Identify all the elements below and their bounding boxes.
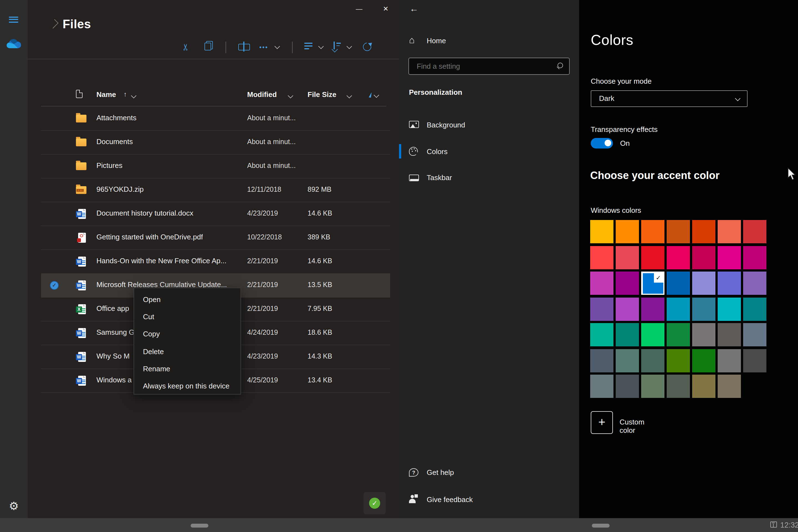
accent-swatch[interactable] bbox=[692, 375, 716, 398]
custom-color-button[interactable]: + bbox=[591, 411, 613, 434]
file-name[interactable]: Windows a bbox=[96, 376, 132, 384]
accent-swatch[interactable] bbox=[692, 271, 716, 295]
accent-swatch[interactable] bbox=[667, 323, 690, 346]
accent-swatch[interactable] bbox=[692, 220, 716, 243]
files-minimize-button[interactable]: — bbox=[351, 3, 367, 15]
window-drag-handle[interactable] bbox=[592, 524, 610, 527]
window-drag-handle[interactable] bbox=[191, 524, 208, 527]
context-menu-item[interactable]: Cut bbox=[134, 308, 241, 325]
modified-column-chevron-icon[interactable] bbox=[288, 93, 293, 98]
cut-icon[interactable]: ✂ bbox=[180, 43, 192, 51]
files-close-button[interactable]: ✕ bbox=[377, 3, 394, 15]
accent-swatch[interactable] bbox=[743, 220, 766, 243]
accent-swatch[interactable] bbox=[692, 349, 716, 372]
accent-swatch[interactable] bbox=[616, 271, 639, 295]
context-menu-item[interactable]: Rename bbox=[134, 360, 241, 377]
accent-swatch[interactable] bbox=[641, 297, 664, 321]
accent-swatch[interactable] bbox=[667, 297, 690, 321]
column-header-filesize[interactable]: File Size bbox=[307, 90, 336, 99]
file-name[interactable]: Documents bbox=[96, 137, 133, 146]
accent-swatch[interactable] bbox=[590, 246, 613, 269]
mode-dropdown[interactable]: Dark bbox=[591, 90, 747, 107]
accent-swatch[interactable] bbox=[641, 220, 664, 243]
file-name[interactable]: Office app bbox=[96, 304, 129, 312]
truncated-column-chevron-icon[interactable] bbox=[374, 92, 379, 97]
accent-swatch[interactable] bbox=[616, 375, 639, 398]
copy-icon[interactable] bbox=[205, 41, 213, 51]
rename-icon[interactable] bbox=[238, 41, 249, 52]
context-menu-item[interactable]: Delete bbox=[134, 343, 241, 360]
accent-swatch[interactable] bbox=[692, 297, 716, 321]
accent-swatch[interactable] bbox=[718, 271, 741, 295]
accent-swatch[interactable] bbox=[590, 297, 613, 321]
table-row[interactable]: 965YOKDJ.zip12/11/2018892 MB bbox=[41, 178, 390, 202]
search-box[interactable] bbox=[408, 58, 570, 75]
accent-swatch[interactable] bbox=[616, 246, 639, 269]
accent-swatch[interactable] bbox=[743, 271, 766, 295]
accent-swatch[interactable] bbox=[667, 246, 690, 269]
accent-swatch[interactable] bbox=[718, 220, 741, 243]
name-column-chevron-icon[interactable] bbox=[131, 93, 136, 98]
system-clock[interactable]: 12:32 bbox=[780, 521, 798, 529]
file-name[interactable]: Hands-On with the New Free Office Ap... bbox=[96, 256, 226, 265]
context-menu-item[interactable]: Open bbox=[134, 291, 241, 308]
transparency-toggle[interactable] bbox=[591, 138, 613, 148]
onedrive-cloud-icon[interactable] bbox=[6, 38, 22, 49]
accent-swatch[interactable] bbox=[667, 220, 690, 243]
accent-swatch-selected[interactable]: ✓ bbox=[641, 271, 664, 295]
accent-swatch[interactable] bbox=[743, 323, 766, 346]
accent-swatch[interactable] bbox=[590, 220, 613, 243]
accent-swatch[interactable] bbox=[616, 297, 639, 321]
column-header-name[interactable]: Name bbox=[96, 90, 116, 99]
accent-swatch[interactable] bbox=[718, 323, 741, 346]
table-row[interactable]: Getting started with OneDrive.pdf10/22/2… bbox=[41, 226, 390, 250]
accent-swatch[interactable] bbox=[743, 297, 766, 321]
table-row[interactable]: WDocument history tutorial.docx4/23/2019… bbox=[41, 202, 390, 226]
sort-order-icon[interactable] bbox=[332, 41, 341, 51]
file-name[interactable]: 965YOKDJ.zip bbox=[96, 185, 144, 193]
accent-swatch[interactable] bbox=[743, 246, 766, 269]
table-row[interactable]: WHands-On with the New Free Office Ap...… bbox=[41, 250, 390, 273]
accent-swatch[interactable] bbox=[718, 297, 741, 321]
back-icon[interactable]: ← bbox=[407, 3, 421, 15]
file-name[interactable]: Samsung G bbox=[96, 328, 134, 336]
accent-swatch[interactable] bbox=[718, 375, 741, 398]
menu-icon[interactable] bbox=[9, 17, 18, 23]
accent-swatch[interactable] bbox=[667, 349, 690, 372]
accent-swatch[interactable] bbox=[616, 220, 639, 243]
accent-swatch[interactable] bbox=[667, 271, 690, 295]
accent-swatch[interactable] bbox=[641, 375, 664, 398]
accent-swatch[interactable] bbox=[718, 349, 741, 372]
accent-swatch[interactable] bbox=[743, 349, 766, 372]
context-menu-item[interactable]: Copy bbox=[134, 326, 241, 343]
accent-swatch[interactable] bbox=[590, 349, 613, 372]
accent-swatch[interactable] bbox=[590, 271, 613, 295]
accent-swatch[interactable] bbox=[692, 246, 716, 269]
file-name[interactable]: Attachments bbox=[96, 113, 137, 122]
context-menu-item[interactable]: Always keep on this device bbox=[134, 377, 241, 395]
file-name[interactable]: Why So M bbox=[96, 352, 130, 360]
view-options-icon[interactable] bbox=[304, 41, 312, 53]
column-header-modified[interactable]: Modified bbox=[247, 90, 277, 99]
accent-swatch[interactable] bbox=[590, 323, 613, 346]
search-icon[interactable] bbox=[556, 63, 564, 70]
docked-device-icon[interactable] bbox=[770, 521, 777, 527]
accent-swatch[interactable] bbox=[616, 349, 639, 372]
accent-swatch[interactable] bbox=[641, 349, 664, 372]
filesize-column-chevron-icon[interactable] bbox=[347, 93, 352, 98]
accent-swatch[interactable] bbox=[641, 323, 664, 346]
settings-gear-icon[interactable]: ⚙ bbox=[7, 499, 20, 513]
file-name[interactable]: Document history tutorial.docx bbox=[96, 209, 193, 217]
search-input[interactable] bbox=[416, 59, 549, 73]
accent-swatch[interactable] bbox=[616, 323, 639, 346]
accent-swatch[interactable] bbox=[641, 246, 664, 269]
more-ellipsis-icon[interactable]: ••• bbox=[259, 41, 268, 53]
file-name[interactable]: Getting started with OneDrive.pdf bbox=[96, 232, 203, 241]
table-row[interactable]: DocumentsAbout a minut... bbox=[41, 131, 390, 154]
accent-swatch[interactable] bbox=[667, 375, 690, 398]
table-row[interactable]: PicturesAbout a minut... bbox=[41, 154, 390, 178]
refresh-icon[interactable] bbox=[363, 43, 372, 52]
file-name[interactable]: Pictures bbox=[96, 161, 122, 169]
accent-swatch[interactable] bbox=[590, 375, 613, 398]
file-name[interactable]: Microsoft Releases Cumulative Update... bbox=[96, 280, 227, 288]
